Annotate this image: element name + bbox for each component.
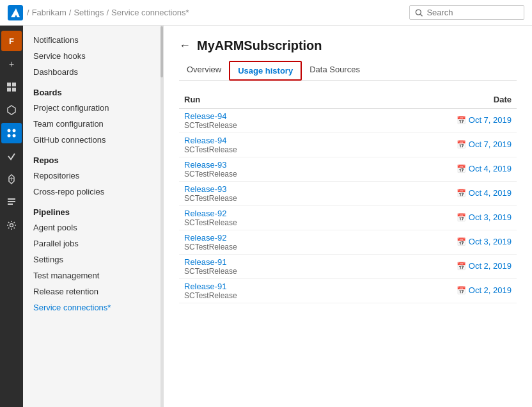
calendar-icon: 📅 bbox=[457, 140, 466, 149]
date-cell: 📅 Oct 4, 2019 bbox=[345, 157, 517, 182]
table-row[interactable]: Release-92 SCTestRelease 📅 Oct 3, 2019 bbox=[179, 206, 517, 230]
back-button[interactable]: ← bbox=[179, 39, 191, 52]
breadcrumb-sep2: / bbox=[69, 8, 72, 17]
breadcrumb-fabrikam[interactable]: Fabrikam bbox=[32, 8, 66, 17]
run-sub: SCTestRelease bbox=[184, 291, 340, 300]
date-cell: 📅 Oct 3, 2019 bbox=[345, 230, 517, 255]
sidebar-item-repositories[interactable]: Repositories bbox=[33, 168, 153, 184]
user-avatar[interactable]: F bbox=[1, 31, 22, 51]
svg-point-8 bbox=[8, 134, 11, 138]
sidebar-item-service-connections[interactable]: Service connections* bbox=[33, 299, 153, 315]
sidebar-item-test-management[interactable]: Test management bbox=[33, 267, 153, 283]
run-sub: SCTestRelease bbox=[184, 243, 340, 251]
run-cell: Release-93 SCTestRelease bbox=[179, 157, 345, 182]
date-cell: 📅 Oct 2, 2019 bbox=[345, 255, 517, 279]
sidebar-item-plus[interactable]: + bbox=[1, 54, 22, 74]
sidebar-section-pipelines: Pipelines bbox=[33, 207, 153, 217]
sidebar-item-test-plans[interactable] bbox=[1, 146, 22, 166]
date-value: Oct 4, 2019 bbox=[469, 164, 512, 173]
date-cell: 📅 Oct 3, 2019 bbox=[345, 206, 517, 230]
sidebar-item-settings[interactable]: Settings bbox=[33, 251, 153, 267]
run-name[interactable]: Release-92 bbox=[184, 209, 340, 218]
sidebar-item-agent-pools[interactable]: Agent pools bbox=[33, 219, 153, 235]
svg-rect-11 bbox=[8, 201, 15, 202]
sidebar-item-overview[interactable] bbox=[1, 192, 22, 212]
settings-sidebar: Notifications Service hooks Dashboards B… bbox=[23, 26, 164, 407]
topbar: / Fabrikam / Settings / Service connecti… bbox=[0, 0, 532, 26]
breadcrumb-service-connections[interactable]: Service connections* bbox=[111, 8, 189, 17]
svg-point-9 bbox=[13, 134, 16, 138]
run-cell: Release-92 SCTestRelease bbox=[179, 230, 345, 255]
run-name[interactable]: Release-94 bbox=[184, 136, 340, 145]
date-cell: 📅 Oct 7, 2019 bbox=[345, 109, 517, 133]
sidebar-item-repos[interactable] bbox=[1, 100, 22, 120]
date-cell: 📅 Oct 7, 2019 bbox=[345, 133, 517, 157]
run-sub: SCTestRelease bbox=[184, 194, 340, 203]
breadcrumb-settings[interactable]: Settings bbox=[74, 8, 104, 17]
calendar-icon: 📅 bbox=[457, 237, 466, 246]
run-sub: SCTestRelease bbox=[184, 267, 340, 276]
search-box[interactable] bbox=[409, 5, 524, 20]
table-row[interactable]: Release-92 SCTestRelease 📅 Oct 3, 2019 bbox=[179, 230, 517, 255]
tab-data-sources[interactable]: Data Sources bbox=[302, 61, 368, 81]
run-cell: Release-92 SCTestRelease bbox=[179, 206, 345, 230]
sidebar-item-settings[interactable] bbox=[1, 215, 22, 235]
calendar-icon: 📅 bbox=[457, 286, 466, 295]
sidebar-scrollbar[interactable] bbox=[160, 26, 163, 407]
date-value: Oct 4, 2019 bbox=[469, 188, 512, 198]
sidebar-item-boards[interactable] bbox=[1, 77, 22, 97]
svg-point-13 bbox=[10, 224, 13, 227]
tab-bar: Overview Usage history Data Sources bbox=[179, 61, 517, 81]
sidebar-item-artifacts[interactable] bbox=[1, 169, 22, 189]
azure-logo bbox=[8, 5, 23, 20]
search-input[interactable] bbox=[426, 8, 519, 17]
calendar-icon: 📅 bbox=[457, 262, 466, 271]
scrollbar-thumb bbox=[160, 26, 163, 77]
run-name[interactable]: Release-94 bbox=[184, 111, 340, 121]
sidebar-item-project-config[interactable]: Project configuration bbox=[33, 100, 153, 116]
calendar-icon: 📅 bbox=[457, 116, 466, 125]
run-name[interactable]: Release-92 bbox=[184, 233, 340, 243]
content-area: ← MyARMSubscription Overview Usage histo… bbox=[164, 26, 532, 407]
sidebar-item-github-connections[interactable]: GitHub connections bbox=[33, 132, 153, 148]
run-cell: Release-93 SCTestRelease bbox=[179, 182, 345, 206]
svg-rect-2 bbox=[7, 83, 11, 86]
run-sub: SCTestRelease bbox=[184, 145, 340, 154]
run-name[interactable]: Release-91 bbox=[184, 257, 340, 267]
sidebar-section-boards: Boards bbox=[33, 88, 153, 97]
sidebar-item-release-retention[interactable]: Release retention bbox=[33, 283, 153, 299]
table-row[interactable]: Release-93 SCTestRelease 📅 Oct 4, 2019 bbox=[179, 157, 517, 182]
table-row[interactable]: Release-94 SCTestRelease 📅 Oct 7, 2019 bbox=[179, 109, 517, 133]
run-cell: Release-91 SCTestRelease bbox=[179, 255, 345, 279]
sidebar-section-repos: Repos bbox=[33, 156, 153, 165]
sidebar-item-parallel-jobs[interactable]: Parallel jobs bbox=[33, 235, 153, 251]
run-name[interactable]: Release-93 bbox=[184, 160, 340, 170]
table-row[interactable]: Release-91 SCTestRelease 📅 Oct 2, 2019 bbox=[179, 279, 517, 303]
sidebar-item-dashboards[interactable]: Dashboards bbox=[33, 64, 153, 80]
breadcrumb: / Fabrikam / Settings / Service connecti… bbox=[27, 8, 189, 17]
icon-sidebar: F + bbox=[0, 26, 23, 407]
col-date: Date bbox=[345, 91, 517, 109]
svg-point-7 bbox=[13, 129, 16, 132]
run-name[interactable]: Release-93 bbox=[184, 184, 340, 194]
calendar-icon: 📅 bbox=[457, 164, 466, 173]
date-value: Oct 2, 2019 bbox=[469, 261, 512, 271]
sidebar-item-service-hooks[interactable]: Service hooks bbox=[33, 48, 153, 64]
tab-usage-history[interactable]: Usage history bbox=[229, 61, 302, 81]
sidebar-item-pipelines[interactable] bbox=[1, 123, 22, 143]
breadcrumb-sep3: / bbox=[106, 8, 109, 17]
svg-rect-12 bbox=[8, 204, 13, 205]
settings-sidebar-inner: Notifications Service hooks Dashboards B… bbox=[23, 32, 163, 315]
svg-rect-4 bbox=[7, 88, 11, 92]
table-row[interactable]: Release-93 SCTestRelease 📅 Oct 4, 2019 bbox=[179, 182, 517, 206]
run-name[interactable]: Release-91 bbox=[184, 282, 340, 291]
table-row[interactable]: Release-94 SCTestRelease 📅 Oct 7, 2019 bbox=[179, 133, 517, 157]
run-cell: Release-91 SCTestRelease bbox=[179, 279, 345, 303]
sidebar-item-team-config[interactable]: Team configuration bbox=[33, 116, 153, 132]
tab-overview[interactable]: Overview bbox=[179, 61, 229, 81]
sidebar-item-notifications[interactable]: Notifications bbox=[33, 32, 153, 48]
calendar-icon: 📅 bbox=[457, 213, 466, 222]
table-row[interactable]: Release-91 SCTestRelease 📅 Oct 2, 2019 bbox=[179, 255, 517, 279]
sidebar-item-cross-repo[interactable]: Cross-repo policies bbox=[33, 184, 153, 200]
date-value: Oct 3, 2019 bbox=[469, 212, 512, 222]
